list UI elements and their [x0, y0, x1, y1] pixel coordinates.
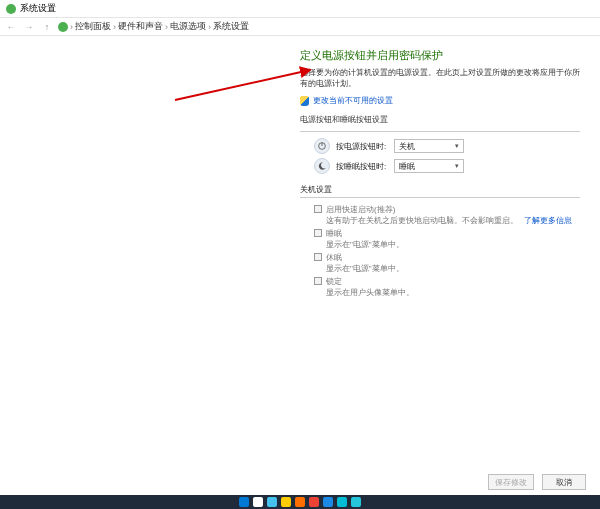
section-shutdown-header: 关机设置	[300, 184, 580, 195]
sleep-button-select[interactable]: 睡眠 ▾	[394, 159, 464, 173]
breadcrumb-level2[interactable]: 电源选项	[170, 20, 206, 33]
page-title: 定义电源按钮并启用密码保护	[300, 48, 580, 63]
chevron-right-icon: ›	[113, 22, 116, 32]
chevron-right-icon: ›	[165, 22, 168, 32]
sleep-label: 睡眠	[326, 228, 342, 239]
breadcrumb-icon	[58, 22, 68, 32]
nav-forward-button[interactable]: →	[22, 20, 36, 34]
page-description: 选择要为你的计算机设置的电源设置。在此页上对设置所做的更改将应用于你所有的电源计…	[300, 67, 580, 89]
chevron-down-icon: ▾	[455, 162, 459, 170]
power-button-label: 按电源按钮时:	[336, 141, 388, 152]
sleep-option: 睡眠	[314, 228, 580, 239]
breadcrumb-root[interactable]: 控制面板	[75, 20, 111, 33]
power-icon	[314, 138, 330, 154]
chevron-right-icon: ›	[70, 22, 73, 32]
breadcrumb: › 控制面板 › 硬件和声音 › 电源选项 › 系统设置	[58, 20, 249, 33]
divider	[300, 131, 580, 132]
shield-icon	[300, 96, 309, 106]
content-area: 定义电源按钮并启用密码保护 选择要为你的计算机设置的电源设置。在此页上对设置所做…	[0, 36, 600, 469]
title-bar: 系统设置	[0, 0, 600, 18]
moon-icon	[314, 158, 330, 174]
explorer-icon[interactable]	[281, 497, 291, 507]
taskbar	[0, 495, 600, 509]
hibernate-checkbox[interactable]	[314, 253, 322, 261]
taskview-icon[interactable]	[267, 497, 277, 507]
cancel-button[interactable]: 取消	[542, 474, 586, 490]
lock-desc: 显示在用户头像菜单中。	[326, 287, 580, 298]
learn-more-link[interactable]: 了解更多信息	[524, 216, 572, 225]
power-button-row: 按电源按钮时: 关机 ▾	[314, 138, 580, 154]
sleep-button-value: 睡眠	[399, 161, 415, 172]
chevron-down-icon: ▾	[455, 142, 459, 150]
lock-checkbox[interactable]	[314, 277, 322, 285]
app-icon-2[interactable]	[309, 497, 319, 507]
window-title: 系统设置	[20, 2, 56, 15]
divider	[300, 197, 580, 198]
power-button-select[interactable]: 关机 ▾	[394, 139, 464, 153]
section-buttons-header: 电源按钮和睡眠按钮设置	[300, 114, 580, 125]
app-icon-5[interactable]	[351, 497, 361, 507]
lock-option: 锁定	[314, 276, 580, 287]
nav-back-button[interactable]: ←	[4, 20, 18, 34]
sleep-button-row: 按睡眠按钮时: 睡眠 ▾	[314, 158, 580, 174]
app-icon-3[interactable]	[323, 497, 333, 507]
hibernate-desc: 显示在"电源"菜单中。	[326, 263, 580, 274]
footer: 保存修改 取消	[0, 469, 600, 495]
hibernate-label: 休眠	[326, 252, 342, 263]
fastboot-checkbox[interactable]	[314, 205, 322, 213]
start-icon[interactable]	[239, 497, 249, 507]
breadcrumb-level3[interactable]: 系统设置	[213, 20, 249, 33]
app-icon-1[interactable]	[295, 497, 305, 507]
nav-up-button[interactable]: ↑	[40, 20, 54, 34]
fastboot-desc: 这有助于在关机之后更快地启动电脑。不会影响重启。 了解更多信息	[326, 215, 580, 226]
lock-label: 锁定	[326, 276, 342, 287]
nav-row: ← → ↑ › 控制面板 › 硬件和声音 › 电源选项 › 系统设置	[0, 18, 600, 36]
power-button-value: 关机	[399, 141, 415, 152]
sleep-checkbox[interactable]	[314, 229, 322, 237]
hibernate-option: 休眠	[314, 252, 580, 263]
breadcrumb-level1[interactable]: 硬件和声音	[118, 20, 163, 33]
fastboot-option: 启用快速启动(推荐)	[314, 204, 580, 215]
search-icon[interactable]	[253, 497, 263, 507]
app-icon	[6, 4, 16, 14]
fastboot-label: 启用快速启动(推荐)	[326, 204, 395, 215]
sleep-button-label: 按睡眠按钮时:	[336, 161, 388, 172]
save-button[interactable]: 保存修改	[488, 474, 534, 490]
chevron-right-icon: ›	[208, 22, 211, 32]
sleep-desc: 显示在"电源"菜单中。	[326, 239, 580, 250]
app-icon-4[interactable]	[337, 497, 347, 507]
change-unavailable-settings-link[interactable]: 更改当前不可用的设置	[313, 95, 393, 106]
